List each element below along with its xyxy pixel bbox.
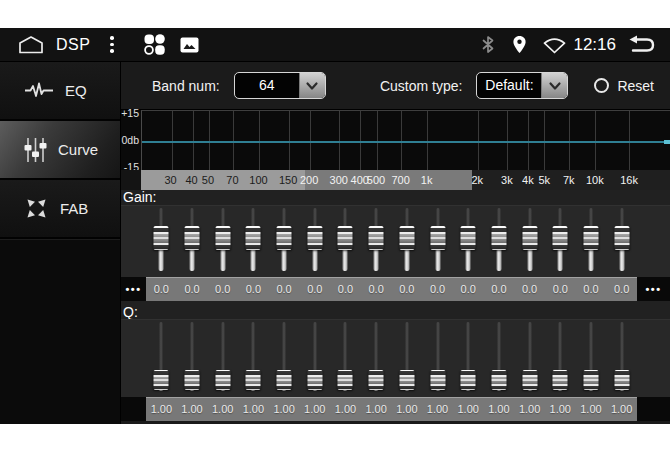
gain-band-slider[interactable] — [545, 208, 576, 271]
q-band-slider[interactable] — [453, 322, 484, 391]
q-band-slider[interactable] — [146, 322, 177, 391]
slider-thumb[interactable] — [491, 370, 506, 390]
sidebar-item-fab[interactable]: FAB — [0, 180, 120, 239]
slider-thumb[interactable] — [154, 226, 169, 250]
slider-thumb[interactable] — [215, 226, 230, 250]
slider-thumb[interactable] — [185, 226, 200, 250]
freq-tick-label: 100 — [249, 174, 267, 186]
chevron-down-icon[interactable] — [541, 73, 567, 98]
eq-curve-graph: +15 0db -15 — [121, 110, 670, 170]
slider-thumb[interactable] — [522, 226, 537, 250]
q-strip-right-cap — [637, 397, 670, 421]
sidebar-item-eq[interactable]: EQ — [0, 62, 120, 121]
sidebar-item-curve[interactable]: Curve — [0, 121, 120, 180]
slider-thumb[interactable] — [246, 370, 261, 390]
slider-thumb[interactable] — [614, 370, 629, 390]
slider-thumb[interactable] — [583, 226, 598, 250]
slider-thumb[interactable] — [307, 226, 322, 250]
gain-band-slider[interactable] — [422, 208, 453, 271]
q-band-slider[interactable] — [330, 322, 361, 391]
freq-tick-label: 50 — [202, 174, 214, 186]
clock: 12:16 — [573, 35, 616, 55]
slider-thumb[interactable] — [491, 226, 506, 250]
q-band-value: 1.00 — [392, 398, 423, 421]
slider-thumb[interactable] — [583, 370, 598, 390]
gain-scroll-left-button[interactable]: ••• — [121, 277, 146, 301]
slider-thumb[interactable] — [154, 370, 169, 390]
q-band-slider[interactable] — [392, 322, 423, 391]
slider-thumb[interactable] — [338, 370, 353, 390]
back-icon[interactable] — [626, 35, 656, 55]
q-band-slider[interactable] — [484, 322, 515, 391]
gain-band-slider[interactable] — [514, 208, 545, 271]
gain-band-slider[interactable] — [146, 208, 177, 271]
slider-thumb[interactable] — [399, 226, 414, 250]
apps-icon[interactable] — [142, 32, 167, 57]
gallery-icon[interactable] — [180, 37, 199, 53]
gain-band-slider[interactable] — [207, 208, 238, 271]
gain-band-slider[interactable] — [177, 208, 208, 271]
frequency-scrollbar[interactable]: 304050701001502003004005007001k2k3k4k5k7… — [121, 170, 670, 190]
q-band-slider[interactable] — [422, 322, 453, 391]
q-value-strip: 1.001.001.001.001.001.001.001.001.001.00… — [121, 397, 670, 421]
chevron-down-icon[interactable] — [299, 73, 325, 98]
gain-band-slider[interactable] — [453, 208, 484, 271]
slider-thumb[interactable] — [307, 370, 322, 390]
q-band-slider[interactable] — [606, 322, 637, 391]
band-num-dropdown[interactable]: 64 — [234, 72, 326, 99]
freq-tick-label: 700 — [391, 174, 409, 186]
q-band-slider[interactable] — [361, 322, 392, 391]
slider-thumb[interactable] — [553, 226, 568, 250]
gain-band-slider[interactable] — [576, 208, 607, 271]
slider-thumb[interactable] — [338, 226, 353, 250]
q-band-slider[interactable] — [238, 322, 269, 391]
gain-band-slider[interactable] — [392, 208, 423, 271]
gain-scroll-right-button[interactable]: ••• — [637, 277, 670, 301]
slider-thumb[interactable] — [277, 370, 292, 390]
slider-thumb[interactable] — [430, 226, 445, 250]
slider-thumb[interactable] — [614, 226, 629, 250]
slider-thumb[interactable] — [430, 370, 445, 390]
gain-band-slider[interactable] — [269, 208, 300, 271]
sidebar-item-label: FAB — [60, 200, 88, 217]
q-sliders — [121, 319, 670, 397]
slider-thumb[interactable] — [277, 226, 292, 250]
q-band-slider[interactable] — [545, 322, 576, 391]
slider-thumb[interactable] — [399, 370, 414, 390]
bluetooth-icon — [481, 35, 495, 54]
freq-tick-label: 30 — [164, 174, 176, 186]
q-band-slider[interactable] — [207, 322, 238, 391]
slider-thumb[interactable] — [215, 370, 230, 390]
q-strip-left-cap — [121, 397, 146, 421]
reset-radio-icon — [594, 78, 609, 93]
slider-thumb[interactable] — [369, 370, 384, 390]
gain-band-slider[interactable] — [361, 208, 392, 271]
q-band-slider[interactable] — [269, 322, 300, 391]
q-band-slider[interactable] — [177, 322, 208, 391]
slider-thumb[interactable] — [522, 370, 537, 390]
slider-thumb[interactable] — [246, 226, 261, 250]
gain-band-slider[interactable] — [606, 208, 637, 271]
freq-tick-label: 5k — [538, 174, 550, 186]
slider-thumb[interactable] — [461, 370, 476, 390]
slider-thumb[interactable] — [461, 226, 476, 250]
freq-tick-label: 150 — [279, 174, 297, 186]
custom-type-dropdown[interactable]: Default: — [476, 72, 568, 99]
q-band-slider[interactable] — [299, 322, 330, 391]
slider-thumb[interactable] — [369, 226, 384, 250]
q-band-slider[interactable] — [514, 322, 545, 391]
q-band-value: 1.00 — [361, 398, 392, 421]
gain-band-slider[interactable] — [484, 208, 515, 271]
slider-thumb[interactable] — [185, 370, 200, 390]
overflow-menu-icon[interactable] — [106, 32, 118, 57]
gain-band-slider[interactable] — [299, 208, 330, 271]
slider-thumb[interactable] — [553, 370, 568, 390]
zero-db-response-line — [142, 141, 670, 143]
head-unit-screen: DSP 12:16 — [0, 28, 670, 424]
gain-band-slider[interactable] — [238, 208, 269, 271]
q-band-slider[interactable] — [576, 322, 607, 391]
reset-button[interactable]: Reset — [594, 78, 654, 94]
gain-band-slider[interactable] — [330, 208, 361, 271]
gain-band-value: 0.0 — [269, 278, 300, 301]
home-icon[interactable] — [18, 35, 44, 54]
